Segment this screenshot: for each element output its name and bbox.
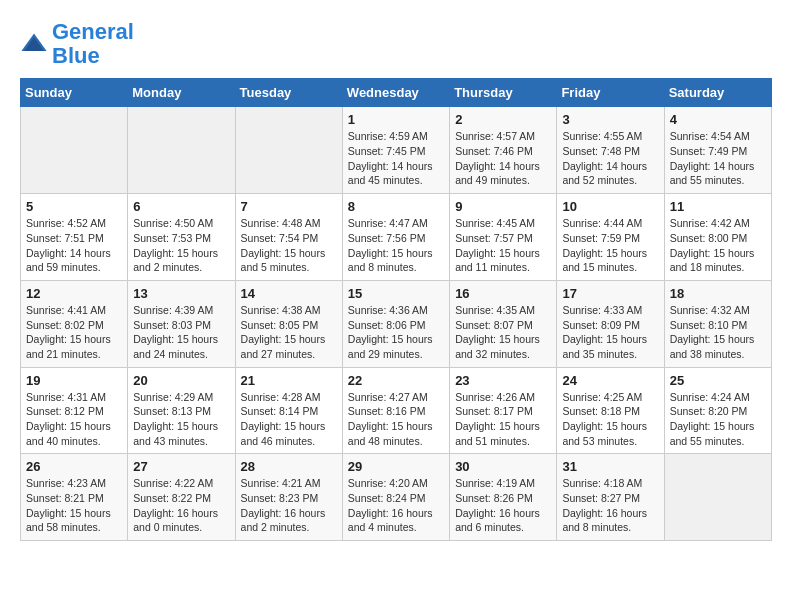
day-info: Sunrise: 4:39 AM Sunset: 8:03 PM Dayligh… xyxy=(133,303,229,362)
calendar-cell: 21Sunrise: 4:28 AM Sunset: 8:14 PM Dayli… xyxy=(235,367,342,454)
day-info: Sunrise: 4:45 AM Sunset: 7:57 PM Dayligh… xyxy=(455,216,551,275)
day-number: 25 xyxy=(670,373,766,388)
day-number: 24 xyxy=(562,373,658,388)
day-info: Sunrise: 4:59 AM Sunset: 7:45 PM Dayligh… xyxy=(348,129,444,188)
calendar-cell: 31Sunrise: 4:18 AM Sunset: 8:27 PM Dayli… xyxy=(557,454,664,541)
day-info: Sunrise: 4:21 AM Sunset: 8:23 PM Dayligh… xyxy=(241,476,337,535)
day-info: Sunrise: 4:44 AM Sunset: 7:59 PM Dayligh… xyxy=(562,216,658,275)
calendar-cell: 3Sunrise: 4:55 AM Sunset: 7:48 PM Daylig… xyxy=(557,107,664,194)
day-info: Sunrise: 4:52 AM Sunset: 7:51 PM Dayligh… xyxy=(26,216,122,275)
calendar-cell: 15Sunrise: 4:36 AM Sunset: 8:06 PM Dayli… xyxy=(342,280,449,367)
day-info: Sunrise: 4:28 AM Sunset: 8:14 PM Dayligh… xyxy=(241,390,337,449)
day-number: 3 xyxy=(562,112,658,127)
day-number: 16 xyxy=(455,286,551,301)
calendar-cell: 16Sunrise: 4:35 AM Sunset: 8:07 PM Dayli… xyxy=(450,280,557,367)
calendar-cell: 30Sunrise: 4:19 AM Sunset: 8:26 PM Dayli… xyxy=(450,454,557,541)
day-info: Sunrise: 4:27 AM Sunset: 8:16 PM Dayligh… xyxy=(348,390,444,449)
calendar-cell xyxy=(128,107,235,194)
calendar-cell: 14Sunrise: 4:38 AM Sunset: 8:05 PM Dayli… xyxy=(235,280,342,367)
calendar-header: SundayMondayTuesdayWednesdayThursdayFrid… xyxy=(21,79,772,107)
calendar-week-3: 12Sunrise: 4:41 AM Sunset: 8:02 PM Dayli… xyxy=(21,280,772,367)
day-info: Sunrise: 4:41 AM Sunset: 8:02 PM Dayligh… xyxy=(26,303,122,362)
calendar-cell: 4Sunrise: 4:54 AM Sunset: 7:49 PM Daylig… xyxy=(664,107,771,194)
calendar-cell: 1Sunrise: 4:59 AM Sunset: 7:45 PM Daylig… xyxy=(342,107,449,194)
day-number: 2 xyxy=(455,112,551,127)
calendar-cell: 24Sunrise: 4:25 AM Sunset: 8:18 PM Dayli… xyxy=(557,367,664,454)
calendar-cell: 13Sunrise: 4:39 AM Sunset: 8:03 PM Dayli… xyxy=(128,280,235,367)
day-number: 28 xyxy=(241,459,337,474)
calendar-cell: 19Sunrise: 4:31 AM Sunset: 8:12 PM Dayli… xyxy=(21,367,128,454)
weekday-header-sunday: Sunday xyxy=(21,79,128,107)
day-info: Sunrise: 4:19 AM Sunset: 8:26 PM Dayligh… xyxy=(455,476,551,535)
day-number: 20 xyxy=(133,373,229,388)
day-info: Sunrise: 4:55 AM Sunset: 7:48 PM Dayligh… xyxy=(562,129,658,188)
weekday-header-saturday: Saturday xyxy=(664,79,771,107)
calendar-cell: 18Sunrise: 4:32 AM Sunset: 8:10 PM Dayli… xyxy=(664,280,771,367)
day-info: Sunrise: 4:20 AM Sunset: 8:24 PM Dayligh… xyxy=(348,476,444,535)
day-info: Sunrise: 4:42 AM Sunset: 8:00 PM Dayligh… xyxy=(670,216,766,275)
calendar-week-4: 19Sunrise: 4:31 AM Sunset: 8:12 PM Dayli… xyxy=(21,367,772,454)
day-info: Sunrise: 4:18 AM Sunset: 8:27 PM Dayligh… xyxy=(562,476,658,535)
day-number: 27 xyxy=(133,459,229,474)
day-info: Sunrise: 4:24 AM Sunset: 8:20 PM Dayligh… xyxy=(670,390,766,449)
calendar-cell: 28Sunrise: 4:21 AM Sunset: 8:23 PM Dayli… xyxy=(235,454,342,541)
calendar-cell: 22Sunrise: 4:27 AM Sunset: 8:16 PM Dayli… xyxy=(342,367,449,454)
day-info: Sunrise: 4:29 AM Sunset: 8:13 PM Dayligh… xyxy=(133,390,229,449)
calendar-table: SundayMondayTuesdayWednesdayThursdayFrid… xyxy=(20,78,772,541)
day-number: 30 xyxy=(455,459,551,474)
day-number: 6 xyxy=(133,199,229,214)
day-number: 26 xyxy=(26,459,122,474)
weekday-header-thursday: Thursday xyxy=(450,79,557,107)
calendar-cell xyxy=(21,107,128,194)
calendar-cell xyxy=(235,107,342,194)
calendar-body: 1Sunrise: 4:59 AM Sunset: 7:45 PM Daylig… xyxy=(21,107,772,541)
day-number: 7 xyxy=(241,199,337,214)
day-number: 31 xyxy=(562,459,658,474)
page-header: GeneralBlue xyxy=(20,20,772,68)
day-number: 12 xyxy=(26,286,122,301)
calendar-cell: 25Sunrise: 4:24 AM Sunset: 8:20 PM Dayli… xyxy=(664,367,771,454)
day-info: Sunrise: 4:26 AM Sunset: 8:17 PM Dayligh… xyxy=(455,390,551,449)
weekday-header-tuesday: Tuesday xyxy=(235,79,342,107)
day-number: 10 xyxy=(562,199,658,214)
calendar-week-1: 1Sunrise: 4:59 AM Sunset: 7:45 PM Daylig… xyxy=(21,107,772,194)
day-number: 14 xyxy=(241,286,337,301)
day-info: Sunrise: 4:54 AM Sunset: 7:49 PM Dayligh… xyxy=(670,129,766,188)
logo-text: GeneralBlue xyxy=(52,20,134,68)
day-number: 18 xyxy=(670,286,766,301)
day-info: Sunrise: 4:38 AM Sunset: 8:05 PM Dayligh… xyxy=(241,303,337,362)
day-info: Sunrise: 4:35 AM Sunset: 8:07 PM Dayligh… xyxy=(455,303,551,362)
weekday-header-row: SundayMondayTuesdayWednesdayThursdayFrid… xyxy=(21,79,772,107)
calendar-cell: 27Sunrise: 4:22 AM Sunset: 8:22 PM Dayli… xyxy=(128,454,235,541)
day-number: 4 xyxy=(670,112,766,127)
day-info: Sunrise: 4:57 AM Sunset: 7:46 PM Dayligh… xyxy=(455,129,551,188)
day-number: 8 xyxy=(348,199,444,214)
calendar-cell: 11Sunrise: 4:42 AM Sunset: 8:00 PM Dayli… xyxy=(664,194,771,281)
day-number: 29 xyxy=(348,459,444,474)
day-number: 9 xyxy=(455,199,551,214)
calendar-cell: 7Sunrise: 4:48 AM Sunset: 7:54 PM Daylig… xyxy=(235,194,342,281)
weekday-header-friday: Friday xyxy=(557,79,664,107)
day-number: 19 xyxy=(26,373,122,388)
calendar-cell: 29Sunrise: 4:20 AM Sunset: 8:24 PM Dayli… xyxy=(342,454,449,541)
calendar-cell: 8Sunrise: 4:47 AM Sunset: 7:56 PM Daylig… xyxy=(342,194,449,281)
calendar-cell xyxy=(664,454,771,541)
day-number: 13 xyxy=(133,286,229,301)
calendar-cell: 2Sunrise: 4:57 AM Sunset: 7:46 PM Daylig… xyxy=(450,107,557,194)
calendar-cell: 23Sunrise: 4:26 AM Sunset: 8:17 PM Dayli… xyxy=(450,367,557,454)
day-info: Sunrise: 4:33 AM Sunset: 8:09 PM Dayligh… xyxy=(562,303,658,362)
calendar-cell: 20Sunrise: 4:29 AM Sunset: 8:13 PM Dayli… xyxy=(128,367,235,454)
day-number: 21 xyxy=(241,373,337,388)
day-info: Sunrise: 4:36 AM Sunset: 8:06 PM Dayligh… xyxy=(348,303,444,362)
day-number: 15 xyxy=(348,286,444,301)
calendar-cell: 10Sunrise: 4:44 AM Sunset: 7:59 PM Dayli… xyxy=(557,194,664,281)
logo-icon xyxy=(20,30,48,58)
calendar-cell: 12Sunrise: 4:41 AM Sunset: 8:02 PM Dayli… xyxy=(21,280,128,367)
calendar-cell: 9Sunrise: 4:45 AM Sunset: 7:57 PM Daylig… xyxy=(450,194,557,281)
day-info: Sunrise: 4:23 AM Sunset: 8:21 PM Dayligh… xyxy=(26,476,122,535)
day-number: 1 xyxy=(348,112,444,127)
calendar-cell: 17Sunrise: 4:33 AM Sunset: 8:09 PM Dayli… xyxy=(557,280,664,367)
weekday-header-monday: Monday xyxy=(128,79,235,107)
calendar-cell: 26Sunrise: 4:23 AM Sunset: 8:21 PM Dayli… xyxy=(21,454,128,541)
day-number: 11 xyxy=(670,199,766,214)
